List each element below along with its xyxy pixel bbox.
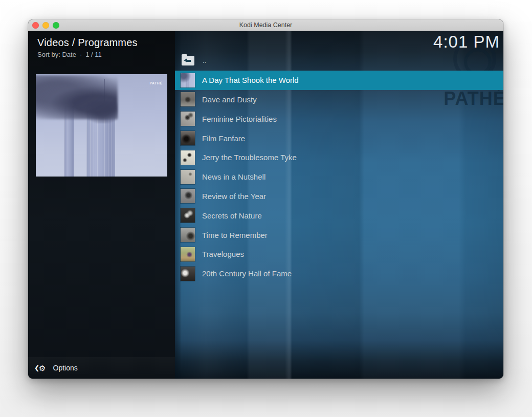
list-item-label: Feminine Pictorialities bbox=[202, 115, 277, 123]
options-button[interactable]: ❮⚙ Options bbox=[28, 357, 175, 379]
list-item[interactable]: Jerry the Troublesome Tyke bbox=[175, 148, 503, 167]
smoke-plume-shape bbox=[36, 75, 118, 119]
preview-thumbnail: PATHÉ bbox=[36, 74, 167, 177]
list-item[interactable]: Dave and Dusty bbox=[175, 90, 503, 109]
minimize-button[interactable] bbox=[42, 22, 49, 29]
window-title: Kodi Media Center bbox=[239, 21, 293, 29]
list-item-label: Jerry the Troublesome Tyke bbox=[202, 153, 297, 162]
video-thumbnail bbox=[181, 131, 195, 145]
list-item-label: Travelogues bbox=[202, 250, 244, 258]
video-thumbnail bbox=[181, 267, 195, 281]
video-list: .. A Day That Shook the World Dave and D… bbox=[175, 51, 503, 283]
list-item-parent-directory[interactable]: .. bbox=[175, 51, 503, 71]
list-item-label: Dave and Dusty bbox=[202, 95, 257, 104]
list-item-label: Film Fanfare bbox=[202, 134, 245, 143]
separator-dot: · bbox=[80, 51, 82, 58]
pathe-preview-watermark: PATHÉ bbox=[148, 77, 164, 86]
list-item-label: News in a Nutshell bbox=[202, 172, 265, 181]
list-item-label: 20th Century Hall of Fame bbox=[202, 269, 292, 278]
list-item[interactable]: Film Fanfare bbox=[175, 128, 503, 148]
zoom-button[interactable] bbox=[53, 22, 59, 29]
options-gear-icon: ❮⚙ bbox=[34, 364, 46, 372]
list-item[interactable]: Review of the Year bbox=[175, 187, 503, 206]
options-label: Options bbox=[53, 364, 78, 372]
video-thumbnail bbox=[181, 73, 195, 87]
sidebar-panel: Videos / Programmes Sort by: Date · 1 / … bbox=[28, 31, 175, 379]
traffic-lights bbox=[32, 22, 59, 29]
parent-directory-label: .. bbox=[203, 57, 206, 64]
video-thumbnail bbox=[181, 189, 195, 203]
sort-by-label: Sort by: Date bbox=[37, 51, 76, 58]
video-list-panel: BRITISH PATHÉ 4:01 PM .. A Day That Shoo… bbox=[175, 31, 503, 379]
video-thumbnail bbox=[181, 208, 195, 223]
kodi-content: BRITISH PATHÉ 4:01 PM .. A Day That Shoo… bbox=[28, 31, 503, 379]
item-position: 1 / 11 bbox=[85, 51, 102, 58]
video-thumbnail bbox=[181, 112, 195, 126]
page-title: Videos / Programmes bbox=[37, 37, 138, 49]
video-thumbnail bbox=[181, 92, 195, 106]
sort-status[interactable]: Sort by: Date · 1 / 11 bbox=[37, 51, 102, 58]
list-item-label: Time to Remember bbox=[202, 231, 268, 239]
list-item-label: Secrets of Nature bbox=[202, 211, 262, 220]
list-item-label: Review of the Year bbox=[202, 192, 266, 201]
kodi-window: Kodi Media Center BRITISH PATHÉ 4:01 PM … bbox=[28, 19, 503, 379]
list-item[interactable]: Feminine Pictorialities bbox=[175, 109, 503, 128]
list-item[interactable]: Secrets of Nature bbox=[175, 206, 503, 225]
list-item[interactable]: Travelogues bbox=[175, 245, 503, 264]
list-item[interactable]: Time to Remember bbox=[175, 225, 503, 245]
video-thumbnail bbox=[181, 170, 195, 184]
list-item-label: A Day That Shook the World bbox=[202, 76, 299, 84]
list-item[interactable]: A Day That Shook the World bbox=[175, 71, 503, 90]
video-thumbnail bbox=[181, 228, 195, 242]
list-item[interactable]: 20th Century Hall of Fame bbox=[175, 264, 503, 283]
list-item[interactable]: News in a Nutshell bbox=[175, 167, 503, 187]
video-thumbnail bbox=[181, 247, 195, 261]
macos-titlebar[interactable]: Kodi Media Center bbox=[28, 19, 503, 31]
watermark-text: PATHÉ bbox=[149, 81, 162, 85]
video-thumbnail bbox=[181, 150, 195, 165]
clock: 4:01 PM bbox=[433, 32, 500, 52]
close-button[interactable] bbox=[32, 22, 39, 29]
folder-up-icon bbox=[182, 56, 194, 65]
